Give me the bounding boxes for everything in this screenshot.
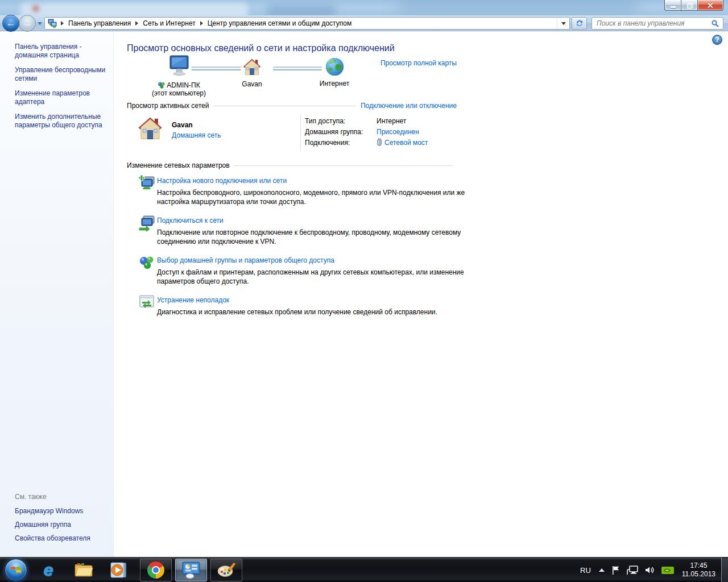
network-center-icon xyxy=(48,19,57,28)
breadcrumb-arrow-icon[interactable] xyxy=(200,21,203,26)
change-settings-header: Изменение сетевых параметров xyxy=(127,161,457,169)
globe-icon xyxy=(325,57,344,76)
tray-clock[interactable]: 17:45 11.05.2013 xyxy=(677,562,721,579)
flag-icon xyxy=(611,566,620,575)
back-arrow-icon: ← xyxy=(6,19,15,28)
folder-icon xyxy=(74,562,93,578)
breadcrumb-arrow-icon[interactable] xyxy=(61,21,64,26)
breadcrumb-control-panel[interactable]: Панель управления xyxy=(65,18,134,29)
task-homegroup-options: Выбор домашней группы и параметров общег… xyxy=(138,254,479,289)
volume-tray-icon[interactable] xyxy=(642,566,658,575)
nvidia-icon xyxy=(661,566,674,575)
sidebar-item-manage-wireless[interactable]: Управление беспроводными сетями xyxy=(15,66,107,83)
start-button[interactable] xyxy=(5,559,27,581)
close-button[interactable] xyxy=(698,0,723,11)
breadcrumb-network-internet[interactable]: Сеть и Интернет xyxy=(139,18,198,29)
paint-icon xyxy=(217,562,236,579)
page-title: Просмотр основных сведений о сети и наст… xyxy=(127,43,395,53)
task-link-homegroup[interactable]: Выбор домашней группы и параметров общег… xyxy=(157,256,334,264)
detail-label: Домашняя группа: xyxy=(305,128,377,136)
close-icon xyxy=(708,2,713,8)
search-icon[interactable] xyxy=(712,20,719,27)
map-node-label: Интернет xyxy=(312,80,357,88)
sidebar-item-internet-options[interactable]: Свойства обозревателя xyxy=(15,534,107,543)
forward-arrow-icon: → xyxy=(23,19,32,28)
detail-row-homegroup: Домашняя группа: Присоединен xyxy=(305,126,428,137)
language-indicator[interactable]: RU xyxy=(576,564,595,577)
task-link-connect[interactable]: Подключиться к сети xyxy=(157,217,224,225)
network-bridge-link[interactable]: Сетевой мост xyxy=(384,139,428,147)
control-panel-icon xyxy=(181,561,201,579)
map-node-internet[interactable]: Интернет xyxy=(312,57,357,88)
task-link-new-connection[interactable]: Настройка нового подключения или сети xyxy=(157,177,287,185)
media-player-icon xyxy=(110,561,128,579)
show-hidden-icons-button[interactable] xyxy=(595,568,608,572)
connect-network-icon xyxy=(138,214,155,231)
see-also-heading: См. также xyxy=(15,493,107,501)
sidebar-item-windows-firewall[interactable]: Брандмауэр Windows xyxy=(15,507,107,516)
map-node-network[interactable]: Gavan xyxy=(229,57,275,88)
taskbar-item-chrome[interactable] xyxy=(140,559,172,581)
task-troubleshoot: Устранение неполадок Диагностика и испра… xyxy=(138,294,479,320)
breadcrumb-arrow-icon[interactable] xyxy=(135,21,138,26)
minimize-button[interactable] xyxy=(664,0,681,11)
forward-button[interactable]: → xyxy=(19,15,36,32)
clock-date: 11.05.2013 xyxy=(682,570,715,579)
map-node-label: ADMIN-ПК xyxy=(167,81,200,89)
help-icon[interactable]: ? xyxy=(712,35,722,45)
chevron-up-icon xyxy=(599,568,605,572)
windows-logo-icon xyxy=(10,564,22,576)
taskbar-item-media-player[interactable] xyxy=(106,559,132,581)
connect-disconnect-link[interactable]: Подключение или отключение xyxy=(361,102,457,110)
active-networks-header: Просмотр активных сетей Подключение или … xyxy=(127,102,457,110)
address-dropdown-button[interactable] xyxy=(557,18,569,29)
detail-row-connections: Подключения: Сетевой мост xyxy=(305,137,428,148)
taskbar-item-paint[interactable] xyxy=(210,559,242,581)
taskbar-item-control-panel[interactable] xyxy=(175,559,207,581)
active-network-icon[interactable] xyxy=(137,115,163,143)
map-node-computer[interactable]: ADMIN-ПК (этот компьютер) xyxy=(143,55,214,97)
change-settings-heading: Изменение сетевых параметров xyxy=(127,161,230,169)
view-full-map-link[interactable]: Просмотр полной карты xyxy=(380,59,457,67)
action-center-tray-icon[interactable] xyxy=(608,566,623,575)
window-controls xyxy=(664,0,723,11)
breadcrumb-network-sharing-center[interactable]: Центр управления сетями и общим доступом xyxy=(204,18,355,29)
speaker-icon xyxy=(645,566,655,575)
address-bar[interactable]: Панель управления Сеть и Интернет Центр … xyxy=(44,17,570,30)
recent-pages-dropdown[interactable] xyxy=(38,22,42,25)
task-new-connection: Настройка нового подключения или сети На… xyxy=(138,174,479,210)
task-link-troubleshoot[interactable]: Устранение неполадок xyxy=(157,296,229,304)
task-description: Диагностика и исправление сетевых пробле… xyxy=(157,307,487,317)
homegroup-joined-link[interactable]: Присоединен xyxy=(377,128,419,136)
background-window-blur xyxy=(33,6,39,11)
nvidia-tray-icon[interactable] xyxy=(658,566,677,575)
separator-line xyxy=(234,165,452,166)
homegroup-icon xyxy=(138,254,155,271)
network-tray-icon[interactable] xyxy=(623,566,642,575)
network-location-link[interactable]: Домашняя сеть xyxy=(172,131,221,139)
show-desktop-button[interactable] xyxy=(721,558,728,582)
sidebar-item-advanced-sharing[interactable]: Изменить дополнительные параметры общего… xyxy=(15,113,107,130)
taskbar-item-windows-explorer[interactable] xyxy=(71,559,97,581)
homegroup-mini-icon xyxy=(158,81,166,89)
refresh-button[interactable] xyxy=(572,17,587,30)
window-titlebar xyxy=(0,0,728,15)
task-connect-to-network: Подключиться к сети Подключение или повт… xyxy=(138,214,479,250)
sidebar-tasks: Панель управления - домашняя страница Уп… xyxy=(0,31,113,130)
new-connection-icon xyxy=(138,174,155,192)
back-button[interactable]: ← xyxy=(2,15,19,32)
internet-explorer-icon: e xyxy=(44,560,53,580)
maximize-button[interactable] xyxy=(681,0,698,11)
sidebar-item-adapter-settings[interactable]: Изменение параметров адаптера xyxy=(15,89,107,106)
sidebar-item-control-panel-home[interactable]: Панель управления - домашняя страница xyxy=(15,43,107,60)
sidebar-item-homegroup[interactable]: Домашняя группа xyxy=(15,521,107,529)
house-icon xyxy=(137,115,163,142)
search-input[interactable] xyxy=(592,19,712,27)
see-also-section: См. также Брандмауэр Windows Домашняя гр… xyxy=(15,493,107,548)
taskbar: e xyxy=(0,557,728,582)
troubleshoot-icon xyxy=(138,294,155,311)
house-icon xyxy=(242,57,262,77)
chrome-icon xyxy=(147,562,164,579)
taskbar-item-internet-explorer[interactable]: e xyxy=(35,559,61,581)
system-tray: RU xyxy=(576,558,728,582)
